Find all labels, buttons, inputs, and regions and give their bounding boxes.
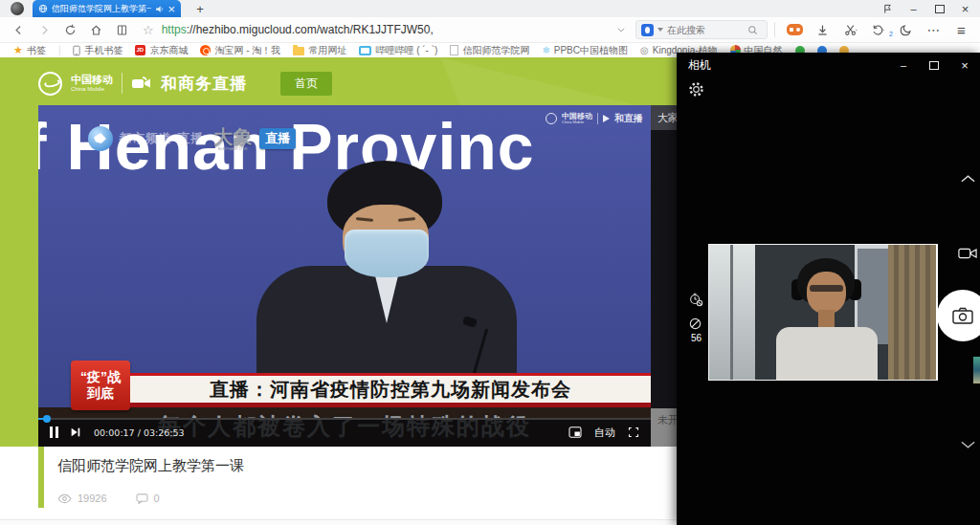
watermark-right: 中国移动China Mobile 和直播 <box>546 112 643 125</box>
epidemic-badge: “疫”战到底 <box>71 361 130 410</box>
back-button[interactable] <box>6 24 32 36</box>
search-input[interactable] <box>667 25 744 35</box>
curtain <box>888 245 936 381</box>
exposure-icon[interactable] <box>688 317 702 331</box>
taobao-icon <box>200 45 211 55</box>
bilibili-icon <box>359 46 371 55</box>
search-engine-dropdown-icon[interactable] <box>657 28 663 32</box>
pause-button[interactable] <box>50 427 58 438</box>
address-bar[interactable]: ☆ https://hezhibo.migucloud.com/watch/RK… <box>143 23 434 37</box>
camera-close-button[interactable] <box>949 53 980 77</box>
playback-time: 00:00:17 / 03:26:53 <box>94 427 185 438</box>
fullscreen-icon[interactable] <box>628 427 639 438</box>
active-tab[interactable]: 信阳师范学院网上教学第一课 <box>33 0 181 17</box>
profile-avatar[interactable] <box>11 2 24 15</box>
chevron-up-icon[interactable] <box>960 174 976 184</box>
toolbar-right-tools: 2 <box>608 20 974 39</box>
browser-minimize-button[interactable] <box>901 0 926 17</box>
browser-window-controls <box>875 0 978 17</box>
star-icon: ★ <box>13 44 23 56</box>
comment-bubble-icon <box>136 493 148 504</box>
pip-icon[interactable] <box>568 427 582 438</box>
bookmark-folder[interactable]: 常用网址 <box>293 44 346 57</box>
bookmark-item[interactable]: ★书签 <box>13 44 46 57</box>
person-face <box>807 272 846 314</box>
game-center-icon[interactable] <box>782 24 808 35</box>
jd-icon <box>135 45 145 55</box>
channel-logo-icon <box>88 126 113 151</box>
video-title: 信阳师范学院网上教学第一课 <box>57 457 244 475</box>
forward-button[interactable] <box>32 24 57 36</box>
new-tab-button[interactable]: + <box>192 2 208 16</box>
favorite-star-icon[interactable]: ☆ <box>143 23 154 37</box>
quality-selector[interactable]: 自动 <box>594 426 615 440</box>
camera-title-bar[interactable]: 相机 <box>677 53 980 77</box>
photo-timer-icon[interactable] <box>688 292 703 307</box>
take-photo-button[interactable] <box>937 290 980 341</box>
bookmark-item[interactable]: 京东商城 <box>135 44 188 57</box>
toolbar-search-box[interactable] <box>635 20 768 39</box>
history-undo-icon[interactable]: 2 <box>865 24 891 36</box>
page-icon <box>450 45 458 55</box>
china-mobile-mini-logo-icon <box>546 113 557 124</box>
header-divider <box>122 73 122 94</box>
browser-maximize-button[interactable] <box>935 5 945 13</box>
webcam-preview <box>708 244 938 381</box>
browser-tab-bar: 信阳师范学院网上教学第一课 + <box>0 0 980 17</box>
bookmark-item[interactable]: 淘宝网 - 淘！我 <box>200 44 280 57</box>
view-count: 19926 <box>57 492 107 504</box>
person-tshirt <box>776 327 878 381</box>
search-engine-icon[interactable] <box>641 24 654 36</box>
eye-icon <box>57 493 72 504</box>
reading-list-icon[interactable] <box>109 24 135 36</box>
folder-icon <box>293 47 304 55</box>
person-glasses <box>810 285 843 292</box>
undo-count-badge: 2 <box>889 31 893 37</box>
bookmark-item[interactable]: 手机书签 <box>73 44 122 57</box>
night-mode-moon-icon[interactable] <box>893 24 919 36</box>
next-button[interactable] <box>70 427 81 438</box>
bookmark-item[interactable]: ❄PPBC中国植物图 <box>542 44 628 57</box>
chevron-down-icon[interactable] <box>960 440 976 449</box>
feedback-flag-icon[interactable] <box>875 0 901 17</box>
screenshot-scissors-icon[interactable] <box>837 24 863 36</box>
progress-bar[interactable] <box>38 418 651 420</box>
camera-settings-gear-icon[interactable] <box>688 81 704 98</box>
comment-count: 0 <box>136 492 160 504</box>
collapse-chevron-icon[interactable] <box>608 25 634 34</box>
main-menu-icon[interactable] <box>948 22 974 38</box>
bookmarks-divider: | <box>58 45 61 55</box>
tab-close-icon[interactable] <box>167 2 175 16</box>
ring-icon: ◎ <box>640 45 649 55</box>
refresh-button[interactable] <box>57 24 83 36</box>
photo-thumbnail[interactable] <box>973 357 980 383</box>
tab-audio-icon[interactable] <box>155 5 164 13</box>
progress-handle[interactable] <box>43 415 51 423</box>
tab-title: 信阳师范学院网上教学第一课 <box>52 3 151 15</box>
browser-toolbar: ☆ https://hezhibo.migucloud.com/watch/RK… <box>0 17 980 43</box>
search-icon[interactable] <box>747 25 758 35</box>
more-options-icon[interactable] <box>921 22 947 37</box>
home-nav-button[interactable]: 首页 <box>280 72 332 96</box>
video-player[interactable]: f Henan Provinc 都市频道·直播 大象 ELEPHANT LIVE… <box>38 105 651 447</box>
video-mode-button[interactable] <box>958 247 977 260</box>
exposure-value: 56 <box>691 333 702 343</box>
globe-icon <box>38 4 48 13</box>
bookmark-item[interactable]: 哔哩哔哩 ( ´- `) <box>359 44 437 57</box>
browser-close-button[interactable] <box>952 0 978 17</box>
china-mobile-logo-text: 中国移动 China Mobile <box>71 75 113 92</box>
phone-icon <box>73 45 80 56</box>
home-button[interactable] <box>83 24 109 36</box>
camera-minimize-button[interactable] <box>888 53 919 77</box>
bookmark-item[interactable]: 信阳师范学院网 <box>450 44 529 57</box>
camera-maximize-button[interactable] <box>929 61 939 70</box>
url-text[interactable]: https://hezhibo.migucloud.com/watch/RK1J… <box>162 23 434 36</box>
site-name: 和商务直播 <box>161 73 247 95</box>
bright-window <box>709 245 755 381</box>
play-logo-icon <box>603 115 610 122</box>
camera-window-title: 相机 <box>688 57 711 74</box>
video-stats: 19926 0 <box>57 492 160 504</box>
elephant-live-logo: 大象 ELEPHANT LIVE <box>213 127 252 151</box>
download-icon[interactable] <box>810 24 835 36</box>
news-banner: 直播：河南省疫情防控第九场新闻发布会 <box>130 373 651 407</box>
